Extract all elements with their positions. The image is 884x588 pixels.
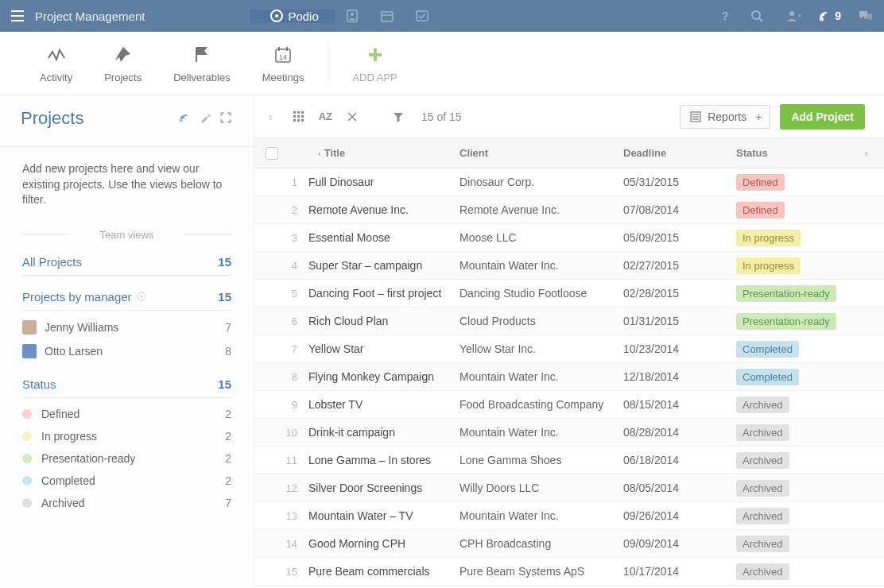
row-deadline: 05/31/2015 (623, 176, 736, 188)
app-meetings[interactable]: 14 Meetings (246, 43, 320, 83)
contacts-button[interactable] (335, 10, 370, 22)
row-status: Archived (736, 508, 884, 524)
view-by-manager-count: 15 (218, 290, 231, 304)
view-all-projects[interactable]: All Projects 15 (22, 255, 231, 276)
add-app-label: ADD APP (352, 72, 397, 83)
svg-rect-25 (293, 115, 296, 118)
task-icon (416, 10, 428, 22)
row-client: Mountain Water Inc. (459, 370, 623, 383)
row-title: Yellow Star (308, 342, 459, 355)
content-area: ‹ AZ 15 of 15 Reports + Add Project (254, 95, 884, 586)
status-badge: In progress (736, 257, 801, 274)
svg-rect-29 (297, 119, 300, 122)
table-row[interactable]: 6 Rich Cloud Plan Cloud Products 01/31/2… (254, 308, 884, 335)
status-filter-row[interactable]: Presentation-ready2 (22, 447, 231, 470)
app-bar: Activity Projects Deliverables 14 Meetin… (0, 32, 884, 95)
calendar-icon (381, 10, 394, 22)
chat-icon (859, 10, 873, 22)
table-row[interactable]: 9 Lobster TV Food Broadcasting Company 0… (254, 391, 884, 419)
table-row[interactable]: 7 Yellow Star Yellow Star Inc. 10/23/201… (254, 335, 884, 363)
settings-button[interactable] (195, 112, 215, 126)
row-client: Cloud Products (459, 315, 623, 327)
add-app-button[interactable]: ADD APP (328, 43, 413, 83)
app-deliverables[interactable]: Deliverables (157, 43, 246, 83)
header-status[interactable]: Status› (736, 147, 884, 159)
tasks-button[interactable] (405, 10, 440, 22)
row-title: Full Dinosaur (308, 176, 459, 188)
chevron-left-icon: ‹ (269, 110, 273, 123)
add-project-label: Add Project (791, 110, 854, 123)
status-label: Completed (41, 474, 95, 487)
avatar (22, 344, 37, 358)
status-badge: Presentation-ready (736, 285, 836, 302)
status-dot-icon (22, 454, 32, 463)
row-status: Archived (736, 480, 884, 497)
report-icon (690, 111, 701, 122)
header-title[interactable]: ‹Title (308, 147, 459, 159)
app-projects[interactable]: Projects (88, 43, 157, 83)
menu-button[interactable] (0, 0, 35, 32)
row-status: Presentation-ready (736, 285, 884, 302)
status-filter-row[interactable]: Completed2 (22, 470, 231, 492)
search-button[interactable] (739, 0, 774, 32)
notifications-button[interactable]: 9 (812, 10, 847, 22)
filter-button[interactable] (388, 108, 409, 126)
tools-button[interactable] (342, 108, 363, 126)
status-badge: Archived (736, 508, 789, 524)
sort-az-button[interactable]: AZ (314, 107, 337, 126)
pin-icon (114, 46, 132, 64)
status-dot-icon (22, 498, 32, 508)
app-activity[interactable]: Activity (24, 43, 88, 83)
table-row[interactable]: 1 Full Dinosaur Dinosaur Corp. 05/31/201… (254, 168, 884, 196)
chat-button[interactable] (847, 0, 884, 32)
table-row[interactable]: 4 Super Star – campaign Mountain Water I… (254, 252, 884, 280)
reports-button[interactable]: Reports (680, 105, 757, 129)
grid-icon (293, 111, 304, 122)
table-row[interactable]: 3 Essential Moose Moose LLC 05/09/2015 I… (254, 224, 884, 252)
table-row[interactable]: 8 Flying Monkey Campaign Mountain Water … (254, 363, 884, 391)
expand-button[interactable] (215, 112, 236, 126)
app-activity-label: Activity (40, 72, 72, 83)
table-row[interactable]: 14 Good Morning CPH CPH Broadcasting 09/… (254, 530, 884, 558)
manager-row[interactable]: Jenny Williams7 (22, 315, 231, 339)
header-deadline[interactable]: Deadline (623, 147, 736, 159)
broadcast-icon (819, 10, 832, 22)
row-number: 14 (254, 538, 308, 550)
avatar (22, 320, 37, 335)
header-client[interactable]: Client (459, 147, 623, 159)
table-row[interactable]: 15 Pure Beam commercials Pure Beam Syste… (254, 558, 884, 586)
add-project-button[interactable]: Add Project (780, 104, 865, 130)
table-row[interactable]: 11 Lone Gamma – In stores Lone Gamma Sho… (254, 447, 884, 474)
user-menu[interactable] (774, 0, 812, 32)
follow-button[interactable] (174, 112, 195, 126)
svg-line-11 (759, 18, 762, 21)
table-row[interactable]: 10 Drink-it campaign Mountain Water Inc.… (254, 419, 884, 447)
table-row[interactable]: 5 Dancing Foot – first project Dancing S… (254, 280, 884, 308)
select-all-checkbox[interactable] (266, 147, 278, 160)
table-row[interactable]: 2 Remote Avenue Inc. Remote Avenue Inc. … (254, 196, 884, 224)
workspace-title[interactable]: Project Management (35, 10, 145, 23)
layout-button[interactable] (289, 108, 309, 126)
row-deadline: 02/28/2015 (623, 287, 736, 300)
row-title: Flying Monkey Campaign (308, 370, 459, 383)
table-row[interactable]: 12 Silver Door Screenings Willy Doors LL… (254, 474, 884, 502)
status-dot-icon (22, 431, 32, 441)
view-by-manager[interactable]: Projects by manager 15 (22, 290, 231, 311)
status-filter-row[interactable]: Archived7 (22, 492, 231, 514)
collapse-sidebar-button[interactable]: ‹ (262, 110, 279, 123)
row-number: 13 (254, 510, 308, 522)
view-status[interactable]: Status 15 (22, 377, 231, 398)
table-row[interactable]: 13 Mountain Water – TV Mountain Water In… (254, 502, 884, 530)
help-button[interactable]: ? (711, 0, 740, 32)
row-client: Dancing Studio Footloose (459, 287, 623, 300)
status-badge: Presentation-ready (736, 313, 836, 330)
calendar-button[interactable] (370, 10, 405, 22)
add-report-button[interactable]: + (747, 105, 770, 129)
status-badge: Archived (736, 397, 789, 413)
status-filter-row[interactable]: In progress2 (22, 425, 231, 447)
manager-row[interactable]: Otto Larsen8 (22, 339, 231, 363)
svg-text:14: 14 (279, 53, 287, 61)
status-filter-row[interactable]: Defined2 (22, 403, 231, 425)
podio-logo[interactable]: Podio (250, 10, 334, 23)
notification-count: 9 (835, 10, 841, 22)
